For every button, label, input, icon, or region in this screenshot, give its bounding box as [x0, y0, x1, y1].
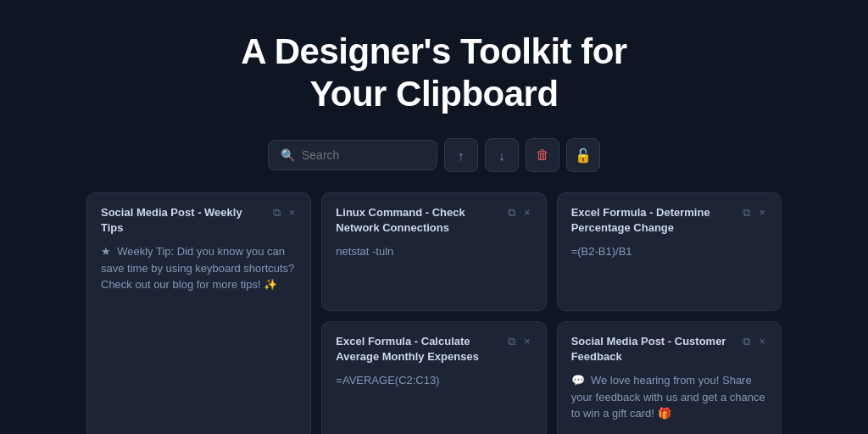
lock-button[interactable]: 🔓 — [566, 138, 600, 172]
upload-button[interactable]: ↑ — [444, 138, 478, 172]
card-content: =(B2-B1)/B1 — [571, 243, 767, 260]
card-actions: ⧉ × — [741, 334, 767, 348]
trash-icon: 🗑 — [536, 147, 549, 163]
search-box: 🔍 — [268, 140, 437, 170]
card-close-button[interactable]: × — [287, 205, 298, 220]
copy-icon: ⧉ — [273, 207, 281, 218]
card-actions: ⧉ × — [741, 205, 767, 220]
lock-icon: 🔓 — [575, 147, 592, 164]
close-icon: × — [289, 207, 296, 218]
card-header: Excel Formula - Determine Percentage Cha… — [571, 205, 767, 235]
copy-icon: ⧉ — [508, 207, 515, 218]
card-close-button[interactable]: × — [522, 205, 532, 220]
card-copy-button[interactable]: ⧉ — [741, 334, 752, 348]
card-content: netstat -tuln — [336, 243, 531, 260]
copy-icon: ⧉ — [508, 336, 515, 347]
card-header: Linux Command - Check Network Connection… — [336, 205, 531, 235]
card-copy-button[interactable]: ⧉ — [271, 205, 282, 220]
close-icon: × — [759, 336, 765, 347]
card-actions: ⧉ × — [506, 205, 532, 220]
card-title: Linux Command - Check Network Connection… — [336, 205, 506, 235]
card-title: Social Media Post - Customer Feedback — [571, 334, 742, 364]
card-header: Excel Formula - Calculate Average Monthl… — [336, 334, 531, 364]
search-input[interactable] — [302, 148, 425, 162]
card-close-button[interactable]: × — [757, 334, 767, 348]
card-title: Excel Formula - Calculate Average Monthl… — [336, 334, 506, 364]
close-icon: × — [524, 336, 531, 347]
card-header: Social Media Post - Weekly Tips ⧉ × — [101, 205, 297, 235]
toolbar: 🔍 ↑ ↓ 🗑 🔓 — [268, 138, 600, 172]
card-close-button[interactable]: × — [522, 334, 532, 348]
cards-grid: Social Media Post - Weekly Tips ⧉ × ★ We… — [86, 192, 782, 434]
close-icon: × — [524, 207, 531, 218]
card-title: Excel Formula - Determine Percentage Cha… — [571, 205, 742, 235]
copy-icon: ⧉ — [743, 207, 750, 218]
download-button[interactable]: ↓ — [485, 138, 519, 172]
list-item: Linux Command - Check Network Connection… — [321, 192, 546, 311]
card-copy-button[interactable]: ⧉ — [741, 205, 752, 220]
delete-button[interactable]: 🗑 — [526, 138, 559, 172]
upload-icon: ↑ — [458, 148, 465, 163]
close-icon: × — [759, 207, 765, 218]
list-item: Social Media Post - Weekly Tips ⧉ × ★ We… — [86, 192, 311, 434]
page-title: A Designer's Toolkit for Your Clipboard — [241, 31, 626, 114]
copy-icon: ⧉ — [743, 336, 750, 347]
card-close-button[interactable]: × — [757, 205, 767, 220]
card-copy-button[interactable]: ⧉ — [506, 205, 517, 220]
card-content: 💬 We love hearing from you! Share your f… — [571, 372, 767, 422]
list-item: Social Media Post - Customer Feedback ⧉ … — [557, 321, 782, 434]
card-actions: ⧉ × — [506, 334, 532, 348]
card-title: Social Media Post - Weekly Tips — [101, 205, 271, 235]
card-copy-button[interactable]: ⧉ — [506, 334, 517, 348]
card-content: =AVERAGE(C2:C13) — [336, 372, 531, 389]
list-item: Excel Formula - Calculate Average Monthl… — [321, 321, 546, 434]
card-header: Social Media Post - Customer Feedback ⧉ … — [571, 334, 767, 364]
card-actions: ⧉ × — [271, 205, 298, 220]
list-item: Excel Formula - Determine Percentage Cha… — [557, 192, 782, 311]
card-content: ★ Weekly Tip: Did you know you can save … — [101, 243, 297, 293]
download-icon: ↓ — [498, 148, 505, 163]
search-icon: 🔍 — [281, 148, 295, 162]
